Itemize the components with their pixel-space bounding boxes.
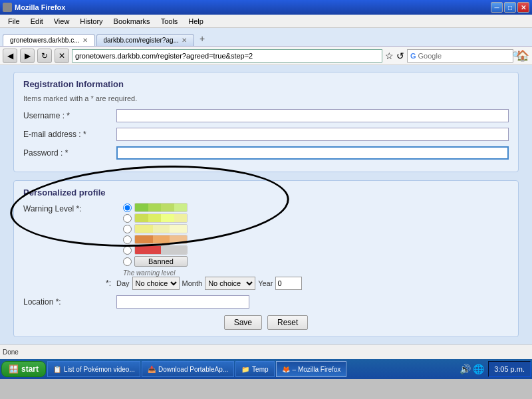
refresh-icon[interactable]: ↺ — [396, 51, 404, 61]
username-row: Username : * — [23, 109, 509, 122]
warning-radio-3[interactable] — [123, 225, 132, 233]
google-logo: G — [410, 52, 416, 60]
menu-edit[interactable]: Edit — [25, 16, 49, 27]
taskbar-icon-4: 🦊 — [282, 366, 290, 373]
warning-row-banned: Banned — [123, 256, 188, 267]
address-input[interactable] — [72, 49, 382, 63]
menu-file[interactable]: File — [3, 16, 25, 27]
taskbar-items: 📋 List of Pokémon video... 📥 Download Po… — [47, 361, 456, 377]
warning-radio-1[interactable] — [123, 203, 132, 212]
warning-note: The warning level — [123, 269, 188, 277]
month-select[interactable]: No choice JanuaryFebruaryMarchApril MayJ… — [205, 277, 255, 290]
tab-2[interactable]: darkbb.com/register?ag... ✕ — [96, 34, 194, 46]
title-bar: Mozilla Firefox ─ □ ✕ — [0, 0, 532, 15]
password-row: Password : * — [23, 146, 509, 160]
banned-button[interactable]: Banned — [134, 256, 188, 267]
tab-2-close[interactable]: ✕ — [182, 37, 187, 44]
save-button[interactable]: Save — [224, 315, 262, 330]
reload-button[interactable]: ↻ — [37, 49, 52, 63]
email-row: E-mail address : * — [23, 128, 509, 141]
profile-section: Personalized profile Warning Level *: — [13, 180, 519, 337]
tab-bar: gronetowers.darkbb.c... ✕ darkbb.com/reg… — [0, 28, 532, 47]
taskbar-label-3: Temp — [252, 366, 268, 373]
status-text: Done — [3, 348, 19, 356]
taskbar-label-4: – Mozilla Firefox — [293, 366, 341, 373]
email-label: E-mail address : * — [23, 130, 116, 139]
search-input[interactable] — [418, 52, 510, 60]
menu-view[interactable]: View — [49, 16, 75, 27]
taskbar-item-4[interactable]: 🦊 – Mozilla Firefox — [276, 361, 347, 377]
menu-tools[interactable]: Tools — [156, 16, 184, 27]
menu-bookmarks[interactable]: Bookmarks — [108, 16, 156, 27]
taskbar-label-1: List of Pokémon video... — [64, 366, 135, 373]
warning-row-4 — [123, 235, 188, 244]
tab-2-label: darkbb.com/register?ag... — [104, 37, 179, 44]
location-input[interactable] — [116, 295, 249, 309]
day-label: Day — [116, 279, 130, 287]
menu-history[interactable]: History — [74, 16, 108, 27]
birthday-selects: Day No choice 12345 678910 Month No choi… — [116, 277, 302, 290]
warning-label: Warning Level *: — [23, 203, 116, 213]
email-input[interactable] — [116, 128, 509, 141]
reset-button[interactable]: Reset — [267, 315, 308, 330]
taskbar-item-2[interactable]: 📥 Download PortableAp... — [142, 361, 234, 377]
back-button[interactable]: ◀ — [3, 49, 17, 63]
warning-bar-4 — [134, 235, 188, 244]
birthday-label: *: — [23, 279, 116, 288]
username-label: Username : * — [23, 111, 116, 120]
browser-content: Registration Information Items marked wi… — [0, 65, 532, 344]
address-bar: ◀ ▶ ↻ ✕ ☆ ↺ G 🔍 🏠 — [0, 47, 532, 65]
window-title: Mozilla Firefox — [15, 3, 65, 11]
password-label: Password : * — [23, 148, 116, 158]
home-button[interactable]: 🏠 — [516, 49, 529, 62]
menu-help[interactable]: Help — [183, 16, 209, 27]
start-button[interactable]: 🪟 start — [1, 361, 46, 377]
warning-row-2 — [123, 213, 188, 223]
year-label: Year — [258, 279, 273, 287]
taskbar-icon-1: 📋 — [53, 366, 61, 373]
warning-radio-5[interactable] — [123, 246, 132, 255]
warning-radio-banned[interactable] — [123, 257, 132, 266]
warning-options: Banned — [123, 203, 188, 267]
warning-radio-4[interactable] — [123, 235, 132, 244]
menu-bar: File Edit View History Bookmarks Tools H… — [0, 15, 532, 28]
tray-icon-2: 🌐 — [473, 364, 484, 374]
start-icon: 🪟 — [9, 364, 19, 374]
minimize-button[interactable]: ─ — [491, 2, 503, 13]
tab-1-close[interactable]: ✕ — [82, 37, 88, 44]
stop-button[interactable]: ✕ — [55, 49, 69, 63]
window-icon — [3, 3, 12, 12]
year-input[interactable] — [275, 277, 302, 290]
taskbar-item-3[interactable]: 📁 Temp — [235, 361, 274, 377]
warning-bar-2 — [134, 213, 188, 223]
warning-row-5 — [123, 245, 188, 255]
username-input[interactable] — [116, 109, 509, 122]
tray-icons: 🔊 🌐 — [457, 364, 487, 374]
form-buttons: Save Reset — [23, 315, 509, 330]
maximize-button[interactable]: □ — [504, 2, 516, 13]
day-select[interactable]: No choice 12345 678910 — [132, 277, 180, 290]
location-label: Location *: — [23, 297, 116, 307]
bookmark-icon[interactable]: ☆ — [385, 51, 394, 61]
close-button[interactable]: ✕ — [517, 2, 529, 13]
taskbar-icon-3: 📁 — [241, 366, 249, 373]
tab-1[interactable]: gronetowers.darkbb.c... ✕ — [3, 34, 95, 46]
forward-button[interactable]: ▶ — [20, 49, 35, 63]
taskbar: 🪟 start 📋 List of Pokémon video... 📥 Dow… — [0, 359, 532, 379]
required-note: Items marked with a * are required. — [23, 94, 509, 102]
password-input[interactable] — [116, 146, 509, 160]
start-label: start — [21, 364, 39, 374]
taskbar-item-1[interactable]: 📋 List of Pokémon video... — [47, 361, 140, 377]
registration-title: Registration Information — [23, 79, 509, 89]
month-label: Month — [182, 279, 203, 287]
tray-icon-1: 🔊 — [460, 364, 471, 374]
taskbar-icon-2: 📥 — [148, 366, 156, 373]
registration-section: Registration Information Items marked wi… — [13, 72, 519, 172]
birthday-row: *: Day No choice 12345 678910 Month No c… — [23, 277, 509, 290]
taskbar-clock: 3:05 p.m. — [488, 361, 531, 377]
tab-1-label: gronetowers.darkbb.c... — [10, 37, 80, 44]
new-tab-button[interactable]: + — [196, 31, 209, 46]
location-row: Location *: — [23, 295, 509, 309]
warning-radio-2[interactable] — [123, 214, 132, 223]
status-bar: Done — [0, 344, 532, 359]
